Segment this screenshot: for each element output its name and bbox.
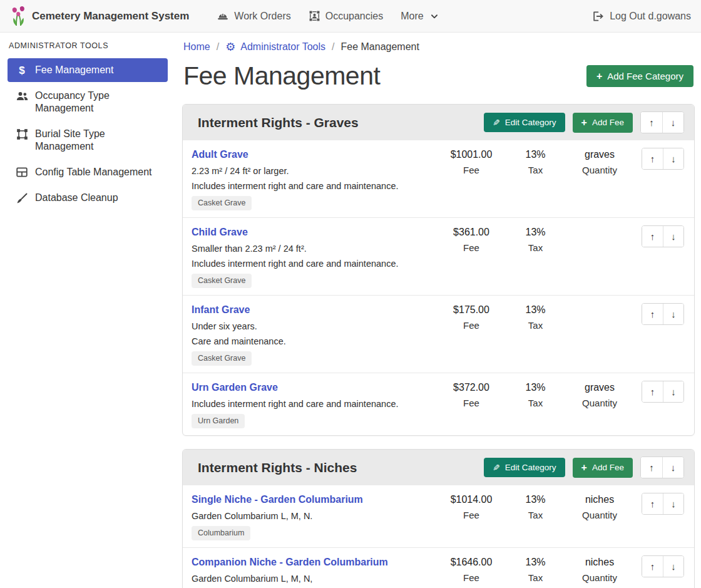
quantity-column: niches Quantity (565, 555, 634, 588)
arrow-up-icon: ↑ (650, 498, 655, 509)
breadcrumb-admin-tools-label: Administrator Tools (240, 41, 325, 53)
fee-info: Adult Grave 2.23 m² / 24 ft² or larger. … (192, 148, 437, 210)
sidebar-item-fee-management[interactable]: $ Fee Management (8, 58, 168, 82)
fee-row: Adult Grave 2.23 m² / 24 ft² or larger. … (183, 140, 694, 217)
tax-percent: 13% (506, 555, 565, 569)
fee-reorder: ↑ ↓ (642, 555, 684, 588)
tax-percent: 13% (506, 493, 565, 506)
move-fee-down-button[interactable]: ↓ (663, 304, 683, 324)
fee-description: Garden Columbarium L, M, N. (192, 511, 431, 521)
move-fee-down-button[interactable]: ↓ (663, 148, 683, 169)
fee-name-link[interactable]: Infant Grave (192, 303, 250, 316)
sidebar-item-config-table-management[interactable]: Config Table Management (8, 160, 168, 184)
fee-amount: $372.00 (437, 381, 506, 394)
tax-label: Tax (506, 573, 565, 583)
nav-occupancies[interactable]: Occupancies (300, 10, 392, 22)
tax-label: Tax (506, 243, 565, 253)
move-fee-down-button[interactable]: ↓ (663, 556, 683, 577)
plus-icon: + (581, 118, 587, 128)
hard-hat-icon (217, 10, 229, 23)
sidebar-item-label: Burial Site Type Management (35, 128, 160, 153)
title-row: Fee Management + Add Fee Category (183, 61, 693, 91)
move-category-down-button[interactable]: ↓ (662, 112, 683, 133)
fee-reorder: ↑ ↓ (642, 381, 684, 428)
fee-column: $175.00 Fee (437, 303, 506, 366)
move-fee-up-button[interactable]: ↑ (642, 304, 663, 324)
add-fee-button[interactable]: + Add Fee (573, 113, 633, 133)
admin-sidebar: ADMINISTRATOR TOOLS $ Fee Management Occ… (0, 33, 175, 588)
app-title: Cemetery Management System (32, 10, 189, 23)
breadcrumb-separator: / (217, 41, 219, 53)
move-fee-down-button[interactable]: ↓ (663, 493, 683, 514)
tax-percent: 13% (506, 148, 565, 161)
edit-category-button[interactable]: ✎ Edit Category (484, 113, 565, 132)
breadcrumb-home[interactable]: Home (183, 41, 210, 53)
nav-work-orders[interactable]: Work Orders (208, 10, 299, 23)
breadcrumb-separator: / (332, 41, 334, 53)
fee-name-link[interactable]: Single Niche - Garden Columbarium (192, 493, 363, 506)
move-category-down-button[interactable]: ↓ (662, 457, 683, 478)
fee-row: Child Grave Smaller than 2.23 m² / 24 ft… (183, 217, 694, 295)
fee-type-badge: Casket Grave (192, 351, 252, 366)
move-category-up-button[interactable]: ↑ (641, 112, 662, 133)
sidebar-item-occupancy-type-management[interactable]: Occupancy Type Management (8, 84, 168, 120)
add-fee-button[interactable]: + Add Fee (573, 458, 633, 478)
move-fee-up-button[interactable]: ↑ (642, 493, 663, 514)
fee-name-link[interactable]: Child Grave (192, 225, 248, 239)
tax-percent: 13% (506, 303, 565, 316)
fee-name-link[interactable]: Urn Garden Grave (192, 381, 278, 394)
quantity-column (565, 303, 634, 366)
fee-info: Urn Garden Grave Includes interment righ… (192, 381, 437, 428)
fee-column: $361.00 Fee (437, 225, 506, 288)
fee-name-link[interactable]: Adult Grave (192, 148, 248, 161)
fee-column: $372.00 Fee (437, 381, 506, 428)
fee-description: Under six years. (192, 321, 431, 331)
fee-label: Fee (437, 573, 506, 583)
chevron-down-icon (430, 12, 439, 21)
edit-category-button[interactable]: ✎ Edit Category (484, 458, 565, 477)
sidebar-heading: ADMINISTRATOR TOOLS (9, 41, 168, 50)
fee-amount: $1014.00 (437, 493, 506, 506)
arrow-up-icon: ↑ (650, 561, 655, 572)
add-fee-category-button[interactable]: + Add Fee Category (586, 65, 693, 87)
fee-info: Infant Grave Under six years. Care and m… (192, 303, 437, 366)
nav-work-orders-label: Work Orders (234, 11, 290, 22)
move-category-up-button[interactable]: ↑ (641, 457, 662, 478)
fee-name-link[interactable]: Companion Niche - Garden Columbarium (192, 555, 388, 569)
tax-column: 13% Tax (506, 555, 565, 588)
breadcrumb-admin-tools[interactable]: ⚙ Administrator Tools (225, 41, 325, 53)
arrow-up-icon: ↑ (650, 231, 655, 242)
logout-button[interactable]: Log Out d.gowans (591, 10, 691, 23)
move-fee-down-button[interactable]: ↓ (663, 226, 683, 247)
fee-type-badge: Urn Garden (192, 414, 245, 428)
category-reorder-group: ↑ ↓ (640, 111, 684, 133)
plus-icon: + (596, 71, 602, 81)
sidebar-item-database-cleanup[interactable]: Database Cleanup (8, 186, 168, 210)
nav-more[interactable]: More (392, 11, 447, 22)
move-fee-down-button[interactable]: ↓ (663, 381, 683, 402)
fee-reorder-group: ↑ ↓ (642, 303, 684, 325)
move-fee-up-button[interactable]: ↑ (642, 226, 663, 247)
quantity-column: graves Quantity (565, 148, 634, 210)
fee-reorder: ↑ ↓ (642, 493, 684, 540)
quantity-column (565, 225, 634, 288)
main-content: Home / ⚙ Administrator Tools / Fee Manag… (175, 33, 701, 588)
arrow-up-icon: ↑ (650, 309, 655, 319)
nav-occupancies-label: Occupancies (325, 11, 384, 22)
move-fee-up-button[interactable]: ↑ (642, 381, 663, 402)
move-fee-up-button[interactable]: ↑ (642, 556, 663, 577)
sidebar-item-burial-site-type-management[interactable]: Burial Site Type Management (8, 122, 168, 158)
fee-reorder-group: ↑ ↓ (642, 555, 684, 577)
fee-amount: $361.00 (437, 225, 506, 239)
fee-row: Single Niche - Garden Columbarium Garden… (183, 485, 694, 547)
fee-description: Smaller than 2.23 m² / 24 ft². (192, 244, 431, 254)
arrow-up-icon: ↑ (649, 117, 654, 128)
tax-label: Tax (506, 510, 565, 520)
people-icon (15, 90, 29, 102)
quantity-unit: niches (565, 493, 634, 506)
page-title: Fee Management (183, 61, 380, 91)
move-fee-up-button[interactable]: ↑ (642, 148, 663, 169)
category-title: Interment Rights - Niches (198, 460, 476, 475)
tax-percent: 13% (506, 225, 565, 239)
app-brand[interactable]: Cemetery Management System (10, 6, 189, 27)
